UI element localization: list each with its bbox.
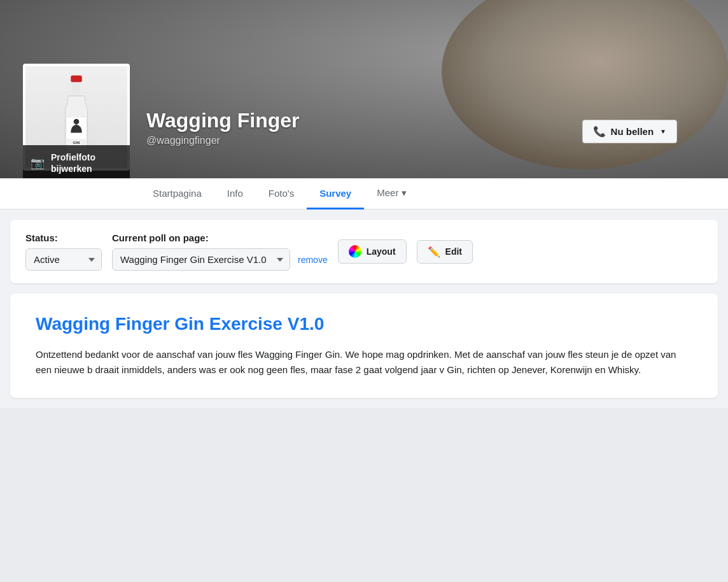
call-button[interactable]: 📞 Nu bellen ▼	[582, 120, 677, 143]
layout-button-label: Layout	[367, 246, 396, 257]
svg-rect-1	[73, 82, 80, 96]
survey-panel: Status: Active Inactive Current poll on …	[10, 220, 718, 283]
page-wrapper: GIN 📷 Profielfoto bijwerken Wagging Fing…	[0, 0, 728, 408]
tab-startpagina[interactable]: Startpagina	[140, 179, 214, 209]
layout-button[interactable]: Layout	[338, 239, 407, 264]
main-content: Status: Active Inactive Current poll on …	[0, 209, 728, 408]
svg-rect-0	[71, 75, 82, 82]
cover-area: GIN 📷 Profielfoto bijwerken Wagging Fing…	[0, 0, 728, 178]
color-wheel-icon	[349, 245, 361, 258]
phone-icon: 📞	[593, 125, 606, 138]
survey-title: Wagging Finger Gin Exercise V1.0	[36, 314, 692, 334]
survey-controls: Status: Active Inactive Current poll on …	[25, 232, 703, 271]
tab-fotos[interactable]: Foto's	[256, 179, 307, 209]
poll-select[interactable]: Wagging Finger Gin Exercise V1.0	[112, 248, 290, 271]
pencil-icon: ✏️	[428, 246, 440, 258]
status-select[interactable]: Active Inactive	[25, 248, 102, 271]
svg-text:GIN: GIN	[73, 140, 80, 145]
poll-row: Wagging Finger Gin Exercise V1.0 remove	[112, 248, 328, 271]
tab-meer[interactable]: Meer ▾	[364, 178, 419, 209]
status-label: Status:	[25, 232, 102, 243]
remove-link[interactable]: remove	[298, 255, 328, 265]
profile-update-overlay[interactable]: 📷 Profielfoto bijwerken	[23, 145, 130, 178]
page-handle: @waggingfinger	[146, 135, 300, 146]
page-info-header: Wagging Finger @waggingfinger	[146, 109, 300, 146]
svg-point-3	[74, 119, 80, 125]
edit-button-label: Edit	[445, 246, 462, 257]
profile-update-text: Profielfoto bijwerken	[51, 152, 122, 174]
camera-icon: 📷	[31, 156, 45, 170]
call-button-label: Nu bellen	[611, 126, 654, 137]
dropdown-arrow-icon: ▼	[660, 128, 666, 135]
tab-info[interactable]: Info	[214, 179, 256, 209]
page-name: Wagging Finger	[146, 109, 300, 132]
survey-body-text: Ontzettend bedankt voor de aanschaf van …	[36, 347, 692, 378]
page-container: Startpagina Info Foto's Survey Meer ▾	[0, 178, 728, 209]
edit-button[interactable]: ✏️ Edit	[417, 240, 473, 264]
status-group: Status: Active Inactive	[25, 232, 102, 271]
tab-survey[interactable]: Survey	[307, 179, 364, 209]
poll-label: Current poll on page:	[112, 232, 328, 243]
nav-tabs: Startpagina Info Foto's Survey Meer ▾	[0, 178, 728, 209]
poll-group: Current poll on page: Wagging Finger Gin…	[112, 232, 328, 271]
survey-content: Wagging Finger Gin Exercise V1.0 Ontzett…	[10, 294, 718, 398]
